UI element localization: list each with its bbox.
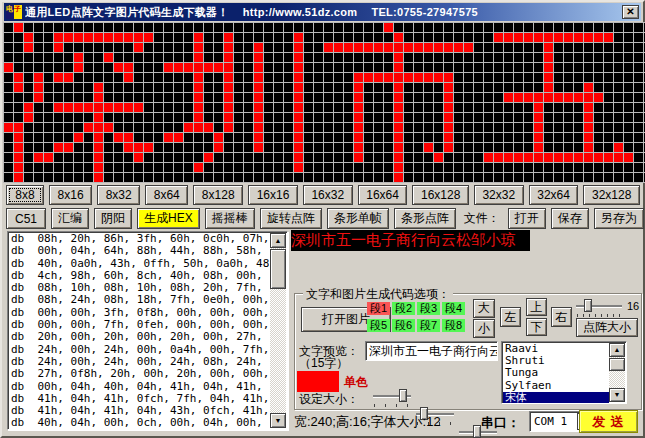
led-dot-off[interactable]	[374, 103, 384, 113]
led-dot-on[interactable]	[394, 33, 404, 43]
led-dot-on[interactable]	[14, 143, 24, 153]
led-dot-on[interactable]	[394, 63, 404, 73]
led-dot-on[interactable]	[444, 123, 454, 133]
led-dot-on[interactable]	[574, 33, 584, 43]
led-dot-off[interactable]	[584, 73, 594, 83]
led-dot-off[interactable]	[574, 63, 584, 73]
led-dot-off[interactable]	[164, 23, 174, 33]
led-dot-off[interactable]	[144, 23, 154, 33]
led-dot-on[interactable]	[534, 33, 544, 43]
led-dot-off[interactable]	[284, 83, 294, 93]
led-dot-off[interactable]	[494, 113, 504, 123]
led-dot-off[interactable]	[4, 83, 14, 93]
led-dot-off[interactable]	[464, 73, 474, 83]
led-dot-off[interactable]	[234, 163, 244, 173]
led-dot-on[interactable]	[364, 43, 374, 53]
led-dot-on[interactable]	[384, 23, 394, 33]
led-dot-off[interactable]	[594, 53, 604, 63]
led-dot-off[interactable]	[554, 23, 564, 33]
led-dot-off[interactable]	[284, 63, 294, 73]
led-dot-off[interactable]	[344, 163, 354, 173]
led-dot-on[interactable]	[254, 83, 264, 93]
led-dot-off[interactable]	[484, 53, 494, 63]
led-dot-off[interactable]	[314, 73, 324, 83]
led-dot-on[interactable]	[584, 153, 594, 163]
led-dot-off[interactable]	[434, 133, 444, 143]
led-dot-on[interactable]	[384, 43, 394, 53]
led-dot-off[interactable]	[214, 103, 224, 113]
led-dot-on[interactable]	[414, 43, 424, 53]
led-dot-off[interactable]	[194, 153, 204, 163]
font-list-item[interactable]: 宋体	[503, 392, 609, 404]
led-dot-on[interactable]	[504, 153, 514, 163]
led-dot-off[interactable]	[624, 93, 634, 103]
led-dot-on[interactable]	[174, 133, 184, 143]
led-dot-off[interactable]	[104, 133, 114, 143]
led-dot-on[interactable]	[134, 103, 144, 113]
led-dot-off[interactable]	[4, 23, 14, 33]
led-dot-on[interactable]	[34, 83, 44, 93]
led-dot-off[interactable]	[404, 83, 414, 93]
led-dot-off[interactable]	[304, 163, 314, 173]
led-dot-off[interactable]	[524, 163, 534, 173]
led-dot-on[interactable]	[354, 43, 364, 53]
led-dot-off[interactable]	[624, 43, 634, 53]
led-dot-on[interactable]	[94, 113, 104, 123]
led-dot-on[interactable]	[374, 43, 384, 53]
led-dot-off[interactable]	[154, 143, 164, 153]
led-dot-off[interactable]	[554, 43, 564, 53]
led-dot-off[interactable]	[424, 93, 434, 103]
led-dot-off[interactable]	[604, 93, 614, 103]
led-dot-off[interactable]	[634, 133, 644, 143]
led-dot-off[interactable]	[414, 33, 424, 43]
led-dot-off[interactable]	[74, 113, 84, 123]
led-dot-off[interactable]	[564, 163, 574, 173]
led-dot-on[interactable]	[194, 103, 204, 113]
led-dot-off[interactable]	[204, 33, 214, 43]
led-dot-off[interactable]	[144, 103, 154, 113]
led-dot-on[interactable]	[584, 143, 594, 153]
led-dot-off[interactable]	[324, 83, 334, 93]
led-dot-off[interactable]	[244, 173, 254, 183]
led-dot-off[interactable]	[334, 93, 344, 103]
led-dot-on[interactable]	[124, 103, 134, 113]
segment-indicator-段1[interactable]: 段1	[367, 302, 390, 315]
tab-size-32x64[interactable]: 32x64	[529, 185, 579, 205]
led-dot-off[interactable]	[284, 163, 294, 173]
led-dot-off[interactable]	[634, 143, 644, 153]
led-dot-off[interactable]	[234, 83, 244, 93]
led-dot-on[interactable]	[404, 43, 414, 53]
led-dot-on[interactable]	[94, 33, 104, 43]
led-dot-off[interactable]	[134, 93, 144, 103]
led-dot-off[interactable]	[454, 103, 464, 113]
led-dot-off[interactable]	[474, 153, 484, 163]
led-dot-on[interactable]	[254, 103, 264, 113]
led-dot-off[interactable]	[344, 33, 354, 43]
led-dot-off[interactable]	[174, 123, 184, 133]
led-dot-off[interactable]	[24, 63, 34, 73]
led-dot-off[interactable]	[204, 83, 214, 93]
led-dot-off[interactable]	[474, 173, 484, 183]
led-dot-off[interactable]	[344, 113, 354, 123]
led-dot-off[interactable]	[584, 43, 594, 53]
led-dot-off[interactable]	[334, 53, 344, 63]
led-dot-off[interactable]	[544, 143, 554, 153]
led-dot-on[interactable]	[344, 43, 354, 53]
led-dot-on[interactable]	[104, 103, 114, 113]
led-dot-off[interactable]	[614, 43, 624, 53]
led-dot-on[interactable]	[574, 93, 584, 103]
led-dot-on[interactable]	[94, 153, 104, 163]
led-dot-off[interactable]	[624, 163, 634, 173]
led-dot-off[interactable]	[174, 83, 184, 93]
led-dot-off[interactable]	[614, 73, 624, 83]
led-dot-off[interactable]	[84, 43, 94, 53]
tab-format-旋转点阵[interactable]: 旋转点阵	[260, 208, 322, 229]
led-dot-off[interactable]	[494, 43, 504, 53]
led-dot-off[interactable]	[604, 53, 614, 63]
led-dot-off[interactable]	[104, 153, 114, 163]
led-dot-on[interactable]	[94, 123, 104, 133]
led-dot-off[interactable]	[14, 33, 24, 43]
led-dot-off[interactable]	[64, 133, 74, 143]
led-dot-off[interactable]	[274, 63, 284, 73]
led-dot-on[interactable]	[594, 33, 604, 43]
